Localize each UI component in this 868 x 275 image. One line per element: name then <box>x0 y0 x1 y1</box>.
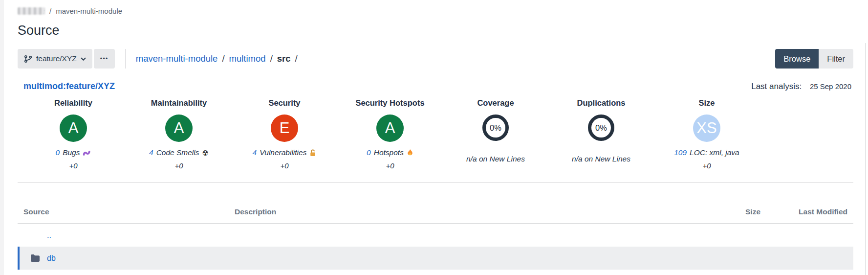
last-analysis: Last analysis: 25 Sep 2020 <box>751 82 851 92</box>
metric-detail: 0 Hotspots <box>337 148 443 157</box>
breadcrumb-project-link[interactable]: maven-multi-module <box>56 7 122 15</box>
chevron-down-icon <box>81 57 86 61</box>
metric-detail: 4 Vulnerabilities <box>232 148 337 157</box>
table-row-db[interactable]: db <box>18 247 853 270</box>
column-header-description: Description <box>235 207 707 216</box>
metric-detail: 4 Code Smells ☢ <box>126 148 232 157</box>
duplications-ring-badge: 0% <box>588 115 614 141</box>
files-table: Source Description Size Last Modified ..… <box>18 207 853 270</box>
metric-delta: +0 <box>337 161 443 170</box>
hotspots-rating-badge: A <box>376 115 404 142</box>
measures-overview: multimod:feature/XYZ Last analysis: 25 S… <box>18 81 853 183</box>
more-actions-button[interactable]: ••• <box>94 49 115 69</box>
metric-size: Size XS 109 LOC: xml, java +0 <box>654 98 760 170</box>
metric-label: Bugs <box>63 148 80 157</box>
metric-title: Duplications <box>548 98 654 108</box>
metric-title: Maintainability <box>126 98 232 108</box>
filter-button[interactable]: Filter <box>819 49 853 69</box>
metric-title: Security Hotspots <box>337 98 443 108</box>
db-folder-link[interactable]: db <box>47 254 56 263</box>
path-separator: / <box>222 53 224 64</box>
component-branch-link[interactable]: multimod:feature/XYZ <box>23 81 115 92</box>
metric-duplications: Duplications 0% n/a on New Lines <box>548 98 654 170</box>
metric-reliability: Reliability A 0 Bugs +0 <box>21 98 126 170</box>
coverage-ring-badge: 0% <box>482 115 509 141</box>
metric-delta: +0 <box>21 161 126 170</box>
metric-title: Coverage <box>443 98 548 108</box>
toolbar-divider <box>125 49 126 69</box>
code-smells-count-link[interactable]: 4 <box>149 148 153 157</box>
loc-count-link[interactable]: 109 <box>674 148 687 157</box>
overview-header: multimod:feature/XYZ Last analysis: 25 S… <box>18 81 853 92</box>
path-current-folder: src <box>277 53 291 64</box>
folder-icon <box>30 254 42 262</box>
metric-note: n/a on New Lines <box>443 155 548 163</box>
path-separator: / <box>270 53 273 64</box>
vulnerabilities-count-link[interactable]: 4 <box>253 148 257 157</box>
page-title: Source <box>18 23 853 38</box>
branch-selector[interactable]: feature/XYZ <box>18 49 92 69</box>
view-mode-switch: Browse Filter <box>775 49 853 69</box>
metric-security-hotspots: Security Hotspots A 0 Hotspots +0 <box>337 98 443 170</box>
branch-name: feature/XYZ <box>36 54 77 63</box>
metric-coverage: Coverage 0% n/a on New Lines <box>443 98 548 170</box>
metric-detail: 0 Bugs <box>21 148 126 157</box>
toolbar: feature/XYZ ••• maven-multi-module / mul… <box>18 49 853 69</box>
metric-detail: 109 LOC: xml, java <box>654 148 760 157</box>
metric-delta: +0 <box>126 161 232 170</box>
breadcrumb-separator: / <box>49 7 51 15</box>
breadcrumb: r / maven-multi-module <box>18 7 853 15</box>
last-analysis-label: Last analysis: <box>751 82 802 91</box>
source-page: r / maven-multi-module Source feature/XY… <box>0 0 868 270</box>
bug-icon <box>83 150 91 156</box>
bugs-count-link[interactable]: 0 <box>56 148 60 157</box>
parent-dir-link[interactable]: .. <box>47 231 51 240</box>
component-path: maven-multi-module / multimod / src / <box>136 53 298 64</box>
metric-label: LOC: xml, java <box>690 148 739 157</box>
unlock-icon <box>309 149 316 157</box>
metric-title: Size <box>654 98 760 108</box>
column-header-source: Source <box>23 207 235 216</box>
fire-icon <box>407 149 413 157</box>
metric-delta: +0 <box>654 161 760 170</box>
maintainability-rating-badge: A <box>165 115 193 142</box>
reliability-rating-badge: A <box>60 115 87 142</box>
column-header-size: Size <box>707 207 760 216</box>
security-rating-badge: E <box>271 115 298 142</box>
metric-title: Security <box>232 98 337 108</box>
size-rating-badge: XS <box>693 115 720 142</box>
metric-label: Vulnerabilities <box>260 148 306 157</box>
metric-delta: +0 <box>232 161 337 170</box>
browse-button[interactable]: Browse <box>775 49 819 69</box>
metric-maintainability: Maintainability A 4 Code Smells ☢ +0 <box>126 98 232 170</box>
page-left-gutter <box>0 0 4 275</box>
path-link-multimod[interactable]: multimod <box>229 53 266 64</box>
last-analysis-date: 25 Sep 2020 <box>810 82 851 91</box>
table-header: Source Description Size Last Modified <box>18 207 853 224</box>
breadcrumb-user[interactable]: r <box>18 7 45 15</box>
metric-title: Reliability <box>21 98 126 108</box>
hotspots-count-link[interactable]: 0 <box>367 148 371 157</box>
radioactive-icon: ☢ <box>202 149 209 157</box>
metrics-row: Reliability A 0 Bugs +0 Maintainability <box>18 98 853 170</box>
panel-right-border <box>865 43 866 275</box>
redacted-username <box>18 7 45 15</box>
metric-label: Hotspots <box>374 148 404 157</box>
column-header-last-modified: Last Modified <box>760 207 847 216</box>
metric-label: Code Smells <box>156 148 199 157</box>
table-row-parent-dir[interactable]: .. <box>18 224 853 247</box>
metric-security: Security E 4 Vulnerabilities +0 <box>232 98 337 170</box>
metric-note: n/a on New Lines <box>548 155 654 163</box>
git-branch-icon <box>24 55 32 63</box>
path-separator: / <box>295 53 298 64</box>
path-link-project[interactable]: maven-multi-module <box>136 53 218 64</box>
